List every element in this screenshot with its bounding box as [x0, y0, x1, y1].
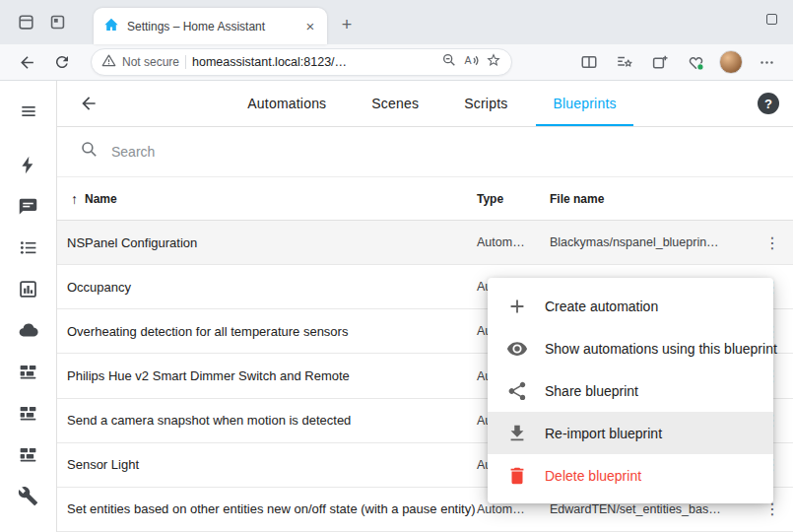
- menu-hamburger-icon[interactable]: [5, 91, 52, 132]
- search-input[interactable]: [111, 144, 407, 160]
- table-row[interactable]: NSPanel Configuration Autom… Blackymas/n…: [57, 221, 793, 265]
- settings-more-icon[interactable]: [750, 47, 783, 77]
- browser-essentials-icon[interactable]: [679, 47, 712, 77]
- forum-icon[interactable]: [5, 185, 52, 227]
- url-text[interactable]: homeassistant.local:8123/…: [192, 55, 435, 69]
- column-name[interactable]: ↑ Name: [71, 191, 477, 207]
- search-icon: [80, 140, 99, 163]
- table-header: ↑ Name Type File name: [57, 177, 793, 221]
- menu-item-label: Share blueprint: [545, 383, 638, 399]
- row-file: Blackymas/nspanel_blueprin…: [550, 235, 752, 249]
- workspaces-icon[interactable]: [10, 8, 41, 37]
- security-label: Not secure: [122, 55, 179, 69]
- help-icon[interactable]: ?: [758, 93, 779, 114]
- menu-item-share-blueprint[interactable]: Share blueprint: [488, 369, 773, 412]
- tab-blueprints[interactable]: Blueprints: [530, 81, 638, 126]
- row-name: Occupancy: [67, 280, 477, 295]
- read-aloud-icon[interactable]: A: [463, 52, 480, 73]
- module-icon-3[interactable]: [5, 433, 52, 475]
- browser-tabstrip: Settings – Home Assistant × +: [0, 0, 793, 44]
- tab-close-icon[interactable]: ×: [301, 18, 319, 35]
- menu-item-delete-blueprint[interactable]: Delete blueprint: [488, 454, 773, 497]
- address-bar[interactable]: Not secure homeassistant.local:8123/… A: [91, 48, 512, 76]
- energy-icon[interactable]: [5, 144, 52, 185]
- blueprint-context-menu: Create automation Show automations using…: [488, 278, 773, 503]
- browser-tab[interactable]: Settings – Home Assistant ×: [94, 8, 327, 44]
- favorites-icon[interactable]: [608, 47, 641, 77]
- maximize-icon[interactable]: [766, 14, 777, 25]
- split-screen-icon[interactable]: [572, 47, 606, 77]
- menu-item-label: Re-import blueprint: [545, 426, 662, 441]
- menu-item-show-automations[interactable]: Show automations using this blueprint: [488, 327, 773, 369]
- avatar: [719, 50, 743, 74]
- download-icon: [506, 423, 528, 444]
- collections-icon[interactable]: [643, 47, 677, 77]
- plus-icon: [506, 296, 528, 317]
- refresh-icon[interactable]: [45, 47, 79, 77]
- home-assistant-favicon: [103, 17, 119, 36]
- row-type: Autom…: [477, 235, 550, 249]
- row-name: Overheating detection for all temperatur…: [67, 324, 477, 339]
- search-bar[interactable]: [57, 127, 793, 177]
- tab-title: Settings – Home Assistant: [127, 20, 294, 33]
- ha-sidebar: [0, 81, 57, 532]
- row-name: Sensor Light: [67, 457, 477, 472]
- zoom-icon[interactable]: [441, 52, 457, 72]
- divider: [185, 55, 186, 69]
- sort-ascending-icon[interactable]: ↑: [71, 191, 78, 207]
- tab-scenes[interactable]: Scenes: [349, 81, 441, 126]
- column-type[interactable]: Type: [477, 192, 550, 206]
- row-name: NSPanel Configuration: [67, 235, 477, 250]
- page-back-icon[interactable]: [71, 86, 106, 121]
- row-type: Autom…: [477, 502, 550, 516]
- svg-text:A: A: [464, 54, 472, 66]
- cloud-icon[interactable]: [5, 309, 52, 351]
- favorite-star-icon[interactable]: [486, 52, 501, 72]
- logbook-icon[interactable]: [5, 227, 52, 268]
- tab-actions-icon[interactable]: [41, 8, 73, 37]
- page-header: Automations Scenes Scripts Blueprints ?: [57, 81, 793, 127]
- tools-wrench-icon[interactable]: [5, 475, 52, 516]
- history-chart-icon[interactable]: [5, 268, 52, 309]
- profile-avatar[interactable]: [714, 47, 748, 77]
- tab-scripts[interactable]: Scripts: [441, 81, 530, 126]
- back-icon[interactable]: [10, 47, 43, 77]
- browser-toolbar: Not secure homeassistant.local:8123/… A: [0, 44, 793, 81]
- new-tab-icon[interactable]: +: [335, 13, 359, 36]
- section-tabs: Automations Scenes Scripts Blueprints: [106, 81, 758, 126]
- row-overflow-menu-icon[interactable]: ⋮: [752, 233, 793, 252]
- column-file-name[interactable]: File name: [550, 192, 752, 206]
- module-icon-2[interactable]: [5, 392, 52, 433]
- trash-icon: [506, 465, 528, 487]
- column-name-label: Name: [85, 192, 117, 206]
- module-icon-1[interactable]: [5, 351, 52, 392]
- menu-item-reimport-blueprint[interactable]: Re-import blueprint: [488, 412, 773, 454]
- menu-item-label: Delete blueprint: [545, 468, 641, 484]
- not-secure-warning-icon: [101, 53, 116, 72]
- row-name: Philips Hue v2 Smart Dimmer Switch and R…: [67, 368, 477, 383]
- menu-item-create-automation[interactable]: Create automation: [488, 285, 773, 327]
- row-name: Send a camera snapshot when motion is de…: [67, 413, 477, 428]
- eye-icon: [506, 338, 528, 360]
- row-name: Set entities based on other entities new…: [67, 501, 477, 516]
- menu-item-label: Create automation: [545, 299, 658, 314]
- share-icon: [506, 380, 528, 402]
- row-file: EdwardTEN/set_entities_bas…: [550, 502, 752, 516]
- menu-item-label: Show automations using this blueprint: [545, 341, 777, 357]
- tab-automations[interactable]: Automations: [225, 81, 349, 126]
